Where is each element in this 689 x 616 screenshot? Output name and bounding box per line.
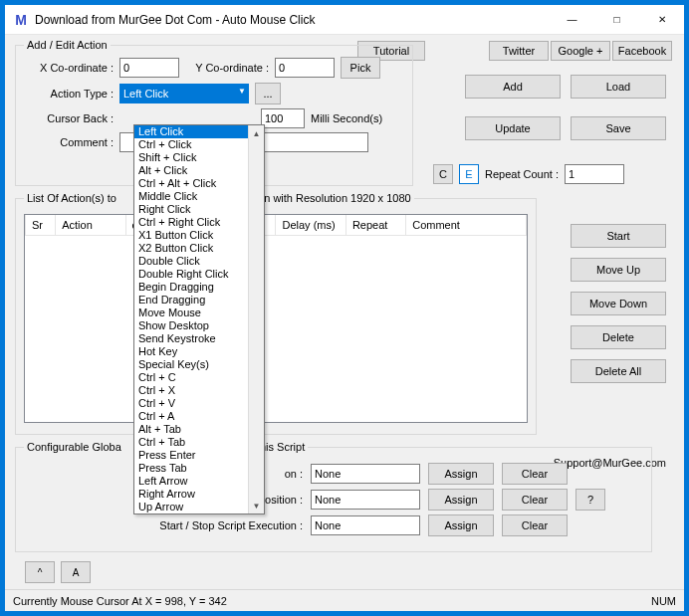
column-header[interactable]: Action [56,215,125,235]
action-type-option[interactable]: Alt + Tab [134,423,248,436]
action-type-option[interactable]: X1 Button Click [134,229,248,242]
add-edit-legend: Add / Edit Action [24,39,111,51]
e-button[interactable]: E [459,164,479,184]
column-header[interactable]: Delay (ms) [276,215,345,235]
google-plus-button[interactable]: Google + [551,41,610,61]
hotkey2-clear-button[interactable]: Clear [502,489,568,511]
action-type-option[interactable]: Middle Click [134,190,248,203]
add-button[interactable]: Add [465,75,561,99]
titlebar: M Download from MurGee Dot Com - Auto Mo… [5,5,684,35]
action-type-option[interactable]: Send Keystroke [134,332,248,345]
action-type-option[interactable]: Ctrl + Alt + Click [134,177,248,190]
column-header[interactable]: Comment [406,215,527,235]
action-list-group: List Of Action(s) to een with Resolution… [15,192,537,435]
column-header[interactable]: Sr [26,215,56,235]
pick-button[interactable]: Pick [341,57,380,79]
y-coord-label: Y Co-ordinate : [185,62,269,74]
action-type-option[interactable]: Move Mouse [134,307,248,319]
action-type-option[interactable]: Ctrl + A [134,410,248,423]
list-side-buttons: Start Move Up Move Down Delete Delete Al… [571,224,666,383]
close-button[interactable]: ✕ [639,5,684,34]
x-coord-input[interactable] [119,58,179,78]
cursor-back-label: Cursor Back : [24,112,114,124]
action-type-option[interactable]: Left Click [134,125,248,138]
delete-button[interactable]: Delete [571,325,666,349]
action-type-option[interactable]: Press Tab [134,462,248,475]
action-type-option[interactable]: Press Enter [134,449,248,462]
action-type-option[interactable]: Left Arrow [134,475,248,488]
delete-all-button[interactable]: Delete All [571,359,666,383]
hotkey3-label: Start / Stop Script Execution : [24,519,303,531]
y-coord-input[interactable] [275,58,335,78]
action-type-option[interactable]: Double Click [134,255,248,268]
action-type-option[interactable]: Ctrl + Right Click [134,216,248,229]
x-coord-label: X Co-ordinate : [24,62,114,74]
status-text: Currently Mouse Cursor At X = 998, Y = 3… [13,595,227,607]
window-controls: — □ ✕ [550,5,684,34]
repeat-count-input[interactable] [565,164,624,184]
statusbar: Currently Mouse Cursor At X = 998, Y = 3… [5,589,684,611]
load-button[interactable]: Load [571,75,666,99]
hotkey1-clear-button[interactable]: Clear [502,463,568,485]
move-down-button[interactable]: Move Down [571,292,666,315]
update-button[interactable]: Update [465,116,561,140]
move-up-button[interactable]: Move Up [571,258,666,282]
c-button[interactable]: C [433,164,453,184]
window-title: Download from MurGee Dot Com - Auto Mous… [35,13,550,27]
action-type-more-button[interactable]: ... [255,83,281,104]
help-button[interactable]: ? [575,489,605,511]
action-table[interactable]: SrActionckDelay (ms)RepeatComment [24,214,528,423]
action-type-option[interactable]: Right Arrow [134,488,248,501]
hotkey1-assign-button[interactable]: Assign [428,463,494,485]
action-type-option[interactable]: Ctrl + C [134,371,248,384]
action-type-option[interactable]: Hot Key [134,345,248,358]
caret-button[interactable]: ^ [25,561,55,583]
action-type-option[interactable]: Ctrl + Tab [134,436,248,449]
comment-label: Comment : [24,136,114,148]
status-num: NUM [651,595,676,607]
action-type-option[interactable]: Begin Dragging [134,281,248,294]
action-type-dropdown-list[interactable]: Left ClickCtrl + ClickShift + ClickAlt +… [133,124,265,514]
facebook-button[interactable]: Facebook [612,41,672,61]
action-type-option[interactable]: Special Key(s) [134,358,248,371]
save-button[interactable]: Save [571,116,666,140]
hotkey2-input[interactable] [311,490,420,510]
chevron-down-icon: ▼ [238,87,246,96]
scroll-down-icon[interactable]: ▼ [249,498,264,513]
action-type-option[interactable]: Alt + Click [134,164,248,177]
a-button[interactable]: A [61,561,91,583]
action-type-option[interactable]: Double Right Click [134,268,248,281]
delay-unit-label: Milli Second(s) [311,112,382,124]
action-type-label: Action Type : [24,88,114,100]
hotkey3-assign-button[interactable]: Assign [428,514,494,536]
action-type-option[interactable]: End Dragging [134,294,248,307]
action-type-option[interactable]: Ctrl + Click [134,138,248,151]
client-area: Tutorial Twitter Google + Facebook Add /… [5,35,684,589]
hotkey3-input[interactable] [311,515,420,535]
column-header[interactable]: Repeat [345,215,405,235]
action-type-option[interactable]: Ctrl + X [134,384,248,397]
action-type-select[interactable] [119,84,249,103]
action-type-option[interactable]: Show Desktop [134,319,248,332]
app-icon: M [13,12,29,28]
scroll-up-icon[interactable]: ▲ [249,125,264,141]
hotkey2-assign-button[interactable]: Assign [428,489,494,511]
action-type-option[interactable]: Up Arrow [134,501,248,513]
minimize-button[interactable]: — [550,5,594,34]
hotkey1-input[interactable] [311,464,420,484]
app-window: M Download from MurGee Dot Com - Auto Mo… [4,4,685,612]
right-action-buttons: Add Load Update Save [465,75,666,140]
delay-input[interactable] [261,108,305,128]
twitter-button[interactable]: Twitter [489,41,549,61]
action-type-option[interactable]: Shift + Click [134,151,248,164]
hotkey3-clear-button[interactable]: Clear [502,514,568,536]
maximize-button[interactable]: □ [594,5,639,34]
repeat-count-label: Repeat Count : [485,168,559,180]
dropdown-scrollbar[interactable]: ▲ ▼ [248,125,264,513]
global-hotkeys-group: Configurable Globa this Script G on : As… [15,441,652,552]
action-type-option[interactable]: Ctrl + V [134,397,248,410]
start-button[interactable]: Start [571,224,666,248]
action-type-option[interactable]: X2 Button Click [134,242,248,255]
action-type-option[interactable]: Right Click [134,203,248,216]
